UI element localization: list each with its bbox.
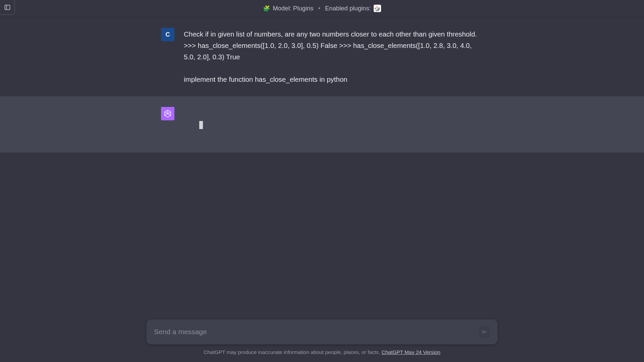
user-message-text: Check if in given list of numbers, are a… <box>184 28 483 85</box>
assistant-avatar <box>161 107 174 120</box>
version-link[interactable]: ChatGPT May 24 Version <box>381 349 440 355</box>
typing-cursor <box>199 121 203 129</box>
svg-rect-0 <box>5 5 10 9</box>
enabled-plugins-label: Enabled plugins: <box>325 5 371 12</box>
separator: • <box>318 5 320 12</box>
assistant-message-row <box>0 96 644 153</box>
assistant-logo-icon <box>163 109 172 118</box>
model-label: Model: Plugins <box>273 5 313 12</box>
puzzle-icon: 🧩 <box>263 5 270 12</box>
chat-thread: C Check if in given list of numbers, are… <box>0 17 644 153</box>
footer-disclaimer: ChatGPT may produce inaccurate informati… <box>204 349 440 355</box>
assistant-message-text <box>184 107 483 141</box>
model-header: 🧩 Model: Plugins • Enabled plugins: 🎲 <box>0 0 644 17</box>
send-button[interactable] <box>479 326 490 338</box>
user-avatar: C <box>161 28 174 41</box>
user-message-row: C Check if in given list of numbers, are… <box>0 17 644 96</box>
panel-icon <box>4 4 11 11</box>
send-icon <box>481 329 487 335</box>
compose-area: ChatGPT may produce inaccurate informati… <box>0 319 644 362</box>
compose-box[interactable] <box>146 319 498 345</box>
message-input[interactable] <box>154 328 479 336</box>
enabled-plugin-badge[interactable]: 🎲 <box>374 5 381 12</box>
sidebar-toggle-button[interactable] <box>0 0 15 15</box>
